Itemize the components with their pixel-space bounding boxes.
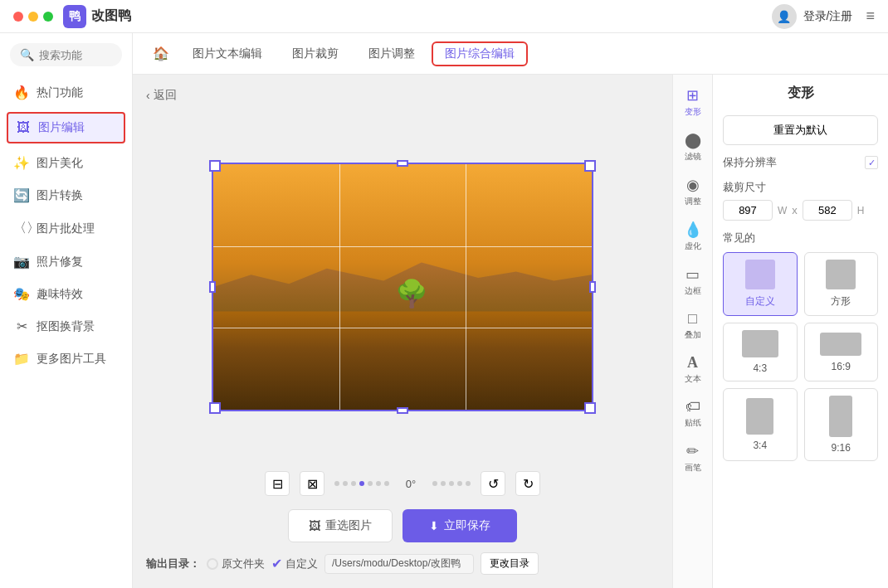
back-button[interactable]: ‹ 返回 — [146, 88, 659, 103]
rotation-controls: ⊟ ⊠ 0° — [146, 471, 659, 496]
sidebar-item-image-edit[interactable]: 🖼 图片编辑 — [7, 112, 125, 143]
panel-icon-vignette[interactable]: 💧 虚化 — [676, 216, 710, 257]
batch-icon: 〈〉 — [13, 220, 30, 237]
sticker-icon: 🏷 — [686, 398, 700, 415]
search-box[interactable]: 🔍 — [10, 43, 122, 66]
ratio-item-16-9[interactable]: 16:9 — [804, 323, 879, 381]
maximize-dot[interactable] — [43, 12, 53, 22]
ratio-item-square[interactable]: 方形 — [804, 252, 879, 316]
sidebar-item-batch[interactable]: 〈〉 图片批处理 — [0, 211, 132, 245]
path-input[interactable] — [324, 554, 474, 574]
height-unit: H — [857, 205, 865, 216]
handle-bottom-left[interactable] — [209, 402, 221, 414]
ratio-preview-square — [826, 260, 856, 289]
panel-icon-label: 画笔 — [685, 462, 701, 474]
ratio-label-square: 方形 — [831, 294, 851, 309]
panel-icon-transform[interactable]: ⊞ 变形 — [676, 81, 710, 123]
ratio-label-4-3: 4:3 — [753, 362, 767, 374]
sidebar-item-label: 图片转换 — [37, 188, 83, 203]
vignette-icon: 💧 — [684, 221, 702, 239]
panel-icon-border[interactable]: ▭ 边框 — [676, 260, 710, 302]
login-button[interactable]: 👤 登录/注册 — [772, 4, 853, 29]
panel-icon-overlay[interactable]: □ 叠加 — [676, 305, 710, 346]
sidebar-item-hot[interactable]: 🔥 热门功能 — [0, 76, 132, 109]
tab-adjust[interactable]: 图片调整 — [355, 41, 428, 66]
ratio-item-custom[interactable]: 自定义 — [723, 252, 798, 316]
tab-crop[interactable]: 图片裁剪 — [279, 41, 352, 66]
height-input[interactable] — [803, 200, 852, 221]
editor-area: ‹ 返回 🌳 — [133, 75, 888, 588]
ratio-preview-custom — [745, 260, 775, 289]
radio-custom[interactable]: ✔ 自定义 — [271, 556, 318, 571]
panel-icon-sticker[interactable]: 🏷 贴纸 — [676, 393, 710, 434]
rotation-slider-right[interactable] — [432, 481, 471, 486]
search-input[interactable] — [39, 49, 112, 61]
handle-bottom-right[interactable] — [584, 402, 596, 414]
keep-resolution-checkbox[interactable]: ✓ — [865, 156, 878, 169]
sidebar-item-beauty[interactable]: ✨ 图片美化 — [0, 147, 132, 179]
handle-top-right[interactable] — [584, 160, 596, 172]
ratio-item-3-4[interactable]: 3:4 — [723, 388, 798, 461]
ratio-label-custom: 自定义 — [745, 294, 775, 309]
panel-icon-label: 叠加 — [685, 329, 701, 341]
right-panel: ⊞ 变形 ⬤ 滤镜 ◉ 调整 💧 虚化 — [672, 75, 888, 588]
width-input[interactable] — [723, 200, 773, 221]
panel-icon-label: 文本 — [685, 373, 701, 385]
canvas-image: 🌳 — [212, 163, 593, 411]
sidebar-item-photo-fix[interactable]: 📷 照片修复 — [0, 245, 132, 278]
sidebar-item-matting[interactable]: ✂ 抠图换背景 — [0, 310, 132, 343]
panel-icon-brush[interactable]: ✏ 画笔 — [676, 437, 710, 479]
rotation-slider[interactable] — [334, 481, 389, 486]
sidebar-item-label: 图片批处理 — [37, 221, 95, 236]
change-dir-button[interactable]: 更改目录 — [481, 552, 539, 575]
handle-bottom-mid[interactable] — [397, 407, 408, 414]
close-dot[interactable] — [13, 12, 23, 22]
sidebar-item-label: 抠图换背景 — [37, 319, 95, 334]
tab-home[interactable]: 🏠 — [146, 39, 176, 69]
sidebar-item-more[interactable]: 📁 更多图片工具 — [0, 343, 132, 375]
logo-text: 改图鸭 — [91, 7, 131, 25]
flip-vertical-button[interactable]: ⊠ — [300, 471, 324, 496]
titlebar-right: 👤 登录/注册 ≡ — [772, 4, 875, 29]
handle-top-mid[interactable] — [397, 160, 408, 167]
reselect-button[interactable]: 🖼 重选图片 — [288, 509, 393, 542]
tab-text-edit[interactable]: 图片文本编辑 — [179, 41, 276, 66]
handle-left-mid[interactable] — [209, 281, 216, 293]
panel-icon-text[interactable]: A 文本 — [676, 349, 710, 390]
ratio-label-16-9: 16:9 — [832, 361, 851, 372]
logo: 鸭 改图鸭 — [63, 5, 131, 28]
ratio-item-9-16[interactable]: 9:16 — [804, 388, 879, 461]
menu-icon[interactable]: ≡ — [866, 7, 875, 25]
border-icon: ▭ — [686, 265, 700, 284]
sidebar-item-label: 图片编辑 — [38, 120, 85, 135]
flip-horizontal-button[interactable]: ⊟ — [265, 471, 290, 496]
slider-dot — [457, 481, 462, 486]
photo-fix-icon: 📷 — [13, 254, 30, 270]
minimize-dot[interactable] — [28, 12, 38, 22]
ratio-preview-3-4 — [746, 398, 773, 435]
hot-icon: 🔥 — [13, 85, 30, 100]
canvas-container[interactable]: 🌳 — [212, 163, 593, 411]
ratio-label-3-4: 3:4 — [753, 440, 767, 451]
handle-right-mid[interactable] — [589, 281, 596, 293]
back-arrow-icon: ‹ — [146, 89, 150, 102]
save-button[interactable]: ⬇ 立即保存 — [403, 509, 517, 542]
panel-icon-filter[interactable]: ⬤ 滤镜 — [676, 126, 710, 168]
ratio-grid: 自定义 方形 4:3 — [723, 252, 878, 461]
panel-icon-adjust[interactable]: ◉ 调整 — [676, 171, 710, 212]
ratio-item-4-3[interactable]: 4:3 — [723, 323, 798, 381]
panel-content: 变形 重置为默认 保持分辨率 ✓ 裁剪尺寸 W x H — [713, 75, 888, 588]
slider-dot — [359, 481, 364, 486]
sidebar-item-label: 热门功能 — [37, 85, 83, 100]
rotate-ccw-button[interactable]: ↺ — [481, 471, 505, 496]
text-icon: A — [687, 354, 698, 372]
rotate-cw-button[interactable]: ↻ — [515, 471, 540, 496]
handle-top-left[interactable] — [209, 160, 221, 172]
tab-composite[interactable]: 图片综合编辑 — [432, 41, 528, 66]
ratio-preview-4-3 — [742, 330, 778, 357]
slider-dot — [334, 481, 339, 486]
radio-original[interactable]: 原文件夹 — [207, 556, 265, 571]
sidebar-item-convert[interactable]: 🔄 图片转换 — [0, 179, 132, 211]
sidebar-item-fun[interactable]: 🎭 趣味特效 — [0, 278, 132, 310]
reset-button[interactable]: 重置为默认 — [723, 115, 878, 145]
